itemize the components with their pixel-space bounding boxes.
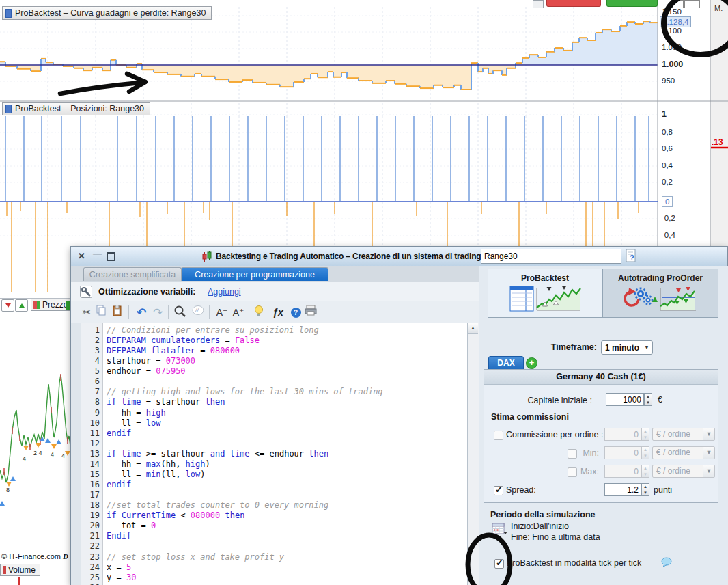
tab-autotrading-label: Autotrading ProOrder bbox=[603, 273, 718, 283]
redo-icon[interactable]: ↷ bbox=[150, 305, 165, 320]
chevron-down-icon: ▼ bbox=[644, 344, 652, 351]
line-number: 14 bbox=[90, 459, 100, 470]
help-icon[interactable]: ? bbox=[288, 305, 303, 320]
axis-tick-label: 1.150 bbox=[662, 7, 682, 16]
price-legend-label: Prezzo bbox=[42, 300, 68, 310]
equity-chart-title: ProBacktest – Curva guadagni e perdite: … bbox=[15, 8, 206, 18]
line-number: 16 bbox=[90, 480, 100, 490]
calendar-icon[interactable] bbox=[492, 522, 508, 536]
dax-partial-label: D bbox=[63, 552, 68, 560]
chevron-down-icon: ▼ bbox=[703, 447, 714, 459]
toolbar-separator bbox=[128, 305, 129, 319]
scrollbar-up-button[interactable]: ▲ bbox=[468, 323, 478, 334]
dialog-titlebar[interactable]: ✕ — Backtesting e Trading Automatico – C… bbox=[71, 247, 727, 267]
spread-label: Spread: bbox=[506, 485, 536, 495]
volume-legend-label: Volume bbox=[8, 565, 36, 575]
tab-autotrading-proorder[interactable]: Autotrading ProOrder bbox=[602, 269, 718, 318]
min-checkbox[interactable] bbox=[568, 449, 577, 459]
max-unit-select[interactable]: € / ordine▼ bbox=[652, 465, 715, 478]
export-down-button[interactable] bbox=[1, 299, 14, 312]
min-spinner[interactable]: ▲▼ bbox=[641, 446, 649, 459]
tab-creazione-programmazione[interactable]: Creazione per programmazione bbox=[181, 267, 328, 281]
code-line: if time = starthour then bbox=[107, 397, 225, 407]
code-line: ll = min(ll, low) bbox=[107, 470, 206, 480]
tab-creazione-semplificata[interactable]: Creazione semplificata bbox=[83, 267, 182, 281]
minimize-button[interactable]: — bbox=[93, 248, 102, 258]
green-up-arrow-icon bbox=[19, 303, 25, 308]
capital-spinner[interactable]: ▲▼ bbox=[644, 393, 652, 406]
insert-function-icon[interactable]: ƒx bbox=[270, 305, 285, 320]
chevron-down-icon: ▼ bbox=[703, 465, 714, 477]
export-up-button[interactable] bbox=[15, 299, 28, 312]
tab-probacktest[interactable]: ProBacktest bbox=[488, 269, 602, 318]
spread-spinner[interactable]: ▲▼ bbox=[641, 483, 649, 496]
commission-input[interactable] bbox=[604, 428, 641, 441]
copy-icon[interactable] bbox=[96, 305, 111, 320]
line-number: 7 bbox=[95, 387, 100, 397]
tick-mode-checkbox[interactable] bbox=[494, 559, 504, 569]
line-number: 15 bbox=[90, 470, 100, 480]
add-variable-link[interactable]: Aggiungi bbox=[208, 287, 241, 297]
timeframe-select[interactable]: 1 minuto ▼ bbox=[601, 340, 653, 355]
instrument-group-box: Germany 40 Cash (1€) Capitale iniziale :… bbox=[484, 369, 718, 503]
comment-icon[interactable]: // bbox=[191, 305, 206, 320]
search-icon[interactable] bbox=[173, 305, 188, 320]
capital-input[interactable] bbox=[606, 393, 644, 406]
close-button[interactable]: ✕ bbox=[78, 251, 85, 261]
period-start: Inizio:Dall'inizio bbox=[511, 521, 569, 531]
max-input[interactable] bbox=[604, 465, 641, 478]
wrench-icon[interactable] bbox=[80, 286, 92, 298]
sell-button[interactable] bbox=[546, 0, 601, 7]
help-doc-icon[interactable]: ? bbox=[626, 249, 637, 263]
quantity-box-2[interactable] bbox=[684, 0, 700, 8]
commission-label: Commissione per ordine : bbox=[506, 430, 603, 439]
spread-input[interactable] bbox=[604, 483, 641, 496]
equity-chart-label[interactable]: ProBacktest – Curva guadagni e perdite: … bbox=[2, 6, 212, 20]
toolbar-separator bbox=[168, 305, 169, 319]
commission-spinner[interactable]: ▲▼ bbox=[641, 428, 649, 441]
commission-checkbox[interactable] bbox=[494, 431, 503, 440]
paste-icon[interactable] bbox=[112, 305, 127, 320]
cut-legend-swatch bbox=[66, 301, 70, 310]
code-line: if CurrentTime < 080000 then bbox=[107, 511, 244, 521]
min-input[interactable] bbox=[604, 446, 641, 459]
buy-button[interactable] bbox=[606, 0, 658, 7]
code-line: if time >= starthour and time <= endhour… bbox=[107, 449, 328, 459]
undo-icon[interactable]: ↶ bbox=[134, 305, 149, 320]
tab-market-dax[interactable]: DAX bbox=[488, 356, 524, 370]
max-spinner[interactable]: ▲▼ bbox=[641, 465, 649, 478]
print-icon[interactable] bbox=[305, 305, 320, 320]
period-title: Periodo della simulazione bbox=[490, 510, 596, 519]
line-number: 12 bbox=[90, 439, 100, 449]
volume-swatch bbox=[3, 566, 6, 574]
maximize-button[interactable] bbox=[107, 252, 115, 261]
toolbar-mini-icon[interactable] bbox=[533, 0, 544, 8]
volume-legend-chip[interactable]: Volume bbox=[0, 564, 40, 576]
spread-checkbox[interactable] bbox=[494, 486, 503, 495]
system-name-input[interactable] bbox=[481, 249, 621, 264]
line-number: 4 bbox=[95, 356, 100, 366]
positions-chart-label[interactable]: ProBacktest – Posizioni: Range30 bbox=[2, 102, 150, 115]
code-editor[interactable]: 1234567891011121314151617181920212223242… bbox=[71, 323, 479, 585]
max-unit-value: € / ordine bbox=[653, 465, 703, 477]
probacktest-icon bbox=[509, 284, 581, 313]
commission-unit-select[interactable]: € / ordine▼ bbox=[652, 428, 715, 441]
code-line: endif bbox=[107, 480, 131, 490]
line-number: 13 bbox=[90, 449, 100, 459]
max-checkbox[interactable] bbox=[568, 467, 577, 477]
code-line: endhour = 075950 bbox=[107, 366, 186, 377]
font-smaller-icon[interactable]: A⁻ bbox=[214, 305, 229, 320]
toolbar-separator bbox=[209, 305, 210, 319]
axis-tick-label: 1.000 bbox=[662, 59, 683, 69]
cut-icon[interactable]: ✂ bbox=[79, 305, 94, 320]
series-color-swatch bbox=[5, 105, 12, 113]
line-number: 1 bbox=[95, 325, 100, 336]
hint-bulb-icon[interactable] bbox=[254, 305, 269, 320]
code-text-area[interactable]: // Condizioni per entrare su posizioni l… bbox=[107, 323, 462, 585]
speech-bubble-icon[interactable] bbox=[661, 557, 673, 568]
code-scrollbar[interactable]: ▲ bbox=[467, 323, 479, 585]
add-market-button[interactable]: + bbox=[526, 357, 537, 369]
help-circle: ? bbox=[291, 308, 301, 318]
font-larger-icon[interactable]: A⁺ bbox=[231, 305, 246, 320]
min-unit-select[interactable]: € / ordine▼ bbox=[652, 446, 715, 459]
